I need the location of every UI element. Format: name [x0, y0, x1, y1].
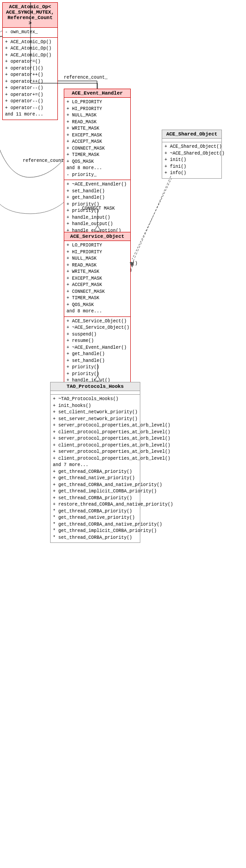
eh-const-3: + READ_MASK: [67, 119, 128, 126]
tph-m-2: + set_client_network_priority(): [53, 409, 138, 416]
method-1: + ACE_Atomic_Op(): [5, 45, 55, 52]
tph-m-19: * get_thread_CORBA_and_native_priority(): [53, 522, 138, 528]
ace-atomic-op-methods: + ACE_Atomic_Op() + ACE_Atomic_Op() + AC…: [3, 38, 57, 120]
ace-shared-object-methods: + ACE_Shared_Object() + ~ACE_Shared_Obje…: [162, 142, 221, 178]
svcobj-m-7: + priority(): [67, 364, 128, 371]
svcobj-m-3: + resume(): [67, 338, 128, 345]
tao-protocols-hooks-empty: [51, 391, 140, 395]
so-const-2: + NULL_MASK: [67, 256, 128, 262]
tph-m-11: + get_thread_CORBA_priority(): [53, 469, 138, 476]
eh-const-connect: + CONNECT_MASK: [67, 146, 128, 152]
so-m-3: + fini(): [164, 164, 219, 171]
method-11: and 11 more...: [5, 111, 55, 118]
tph-m-10: and 7 more...: [53, 462, 138, 469]
ace-event-handler-title: ACE_Event_Handler: [72, 90, 123, 96]
tph-m-1: + init_hooks(): [53, 403, 138, 410]
method-4: + operator()(): [5, 65, 55, 72]
so-m-4: + info(): [164, 170, 219, 177]
tph-m-18: * get_thread_native_priority(): [53, 515, 138, 522]
connect-mask-label: CONNECT MASK: [82, 206, 115, 211]
so-m-1: + ~ACE_Shared_Object(): [164, 151, 219, 157]
eh-m-1: + set_handle(): [67, 188, 128, 195]
eh-const-8: + TIMER_MASK: [67, 152, 128, 159]
attr-own-mutex: - own_mutex_: [5, 29, 55, 36]
eh-const-0: + LO_PRIORITY: [67, 99, 128, 106]
eh-const-2: + NULL_MASK: [67, 112, 128, 119]
ace-shared-object-empty: [162, 139, 221, 142]
ace-atomic-op-header: ACE_Atomic_Op< ACE_SYNCH_MUTEX, Referenc…: [3, 3, 57, 28]
eh-m-6: + handle_output(): [67, 221, 128, 228]
tph-m-8: + server_protocol_properties_at_orb_leve…: [53, 449, 138, 456]
reference-count-label-left: reference_count_: [23, 158, 67, 163]
eh-const-1: + HI_PRIORITY: [67, 106, 128, 113]
svcobj-m-2: + suspend(): [67, 331, 128, 338]
method-8: + operator+=(): [5, 92, 55, 99]
eh-const-9: + QOS_MASK: [67, 159, 128, 166]
eh-const-5: + EXCEPT_MASK: [67, 132, 128, 139]
tao-protocols-hooks-header: TAO_Protocols_Hooks: [51, 382, 140, 391]
tph-m-16: + restore_thread_CORBA_and_native_priori…: [53, 502, 138, 508]
ace-shared-object-title: ACE_Shared_Object: [166, 131, 217, 137]
ace-event-handler-header: ACE_Event_Handler: [64, 89, 130, 98]
so-const-9: + QOS_MASK: [67, 302, 128, 309]
tph-m-12: + get_thread_native_priority(): [53, 475, 138, 482]
ace-event-handler-constants: + LO_PRIORITY + HI_PRIORITY + NULL_MASK …: [64, 98, 130, 180]
eh-attr-priority: - priority_: [67, 172, 128, 179]
diagram-container: ACE Atomic ACE ACE_Atomic_Op< ACE_SYNCH_…: [0, 0, 246, 868]
method-0: + ACE_Atomic_Op(): [5, 39, 55, 46]
tph-m-20: * get_thread_implicit_CORBA_priority(): [53, 528, 138, 535]
tph-m-13: + get_thread_CORBA_and_native_priority(): [53, 482, 138, 489]
svg-line-16: [132, 176, 171, 264]
eh-m-0: + ~ACE_Event_Handler(): [67, 181, 128, 188]
tph-m-15: + set_thread_CORBA_priority(): [53, 495, 138, 502]
so-const-8: + TIMER_MASK: [67, 295, 128, 302]
so-const-4: + WRITE_MASK: [67, 269, 128, 276]
so-const-3: + READ_MASK: [67, 262, 128, 269]
ace-service-object-constants: + LO_PRIORITY + HI_PRIORITY + NULL_MASK …: [64, 241, 130, 317]
tph-m-4: + server_protocol_properties_at_orb_leve…: [53, 422, 138, 429]
tph-m-17: * get_thread_CORBA_priority(): [53, 508, 138, 515]
tph-m-0: + ~TAO_Protocols_Hooks(): [53, 396, 138, 403]
eh-m-5: + handle_input(): [67, 215, 128, 221]
so-m-2: + init(): [164, 157, 219, 164]
tph-m-7: + client_protocol_properties_at_orb_leve…: [53, 442, 138, 449]
so-const-7: + CONNECT_MASK: [67, 289, 128, 296]
ace-shared-object-box: ACE_Shared_Object + ACE_Shared_Object() …: [162, 130, 222, 179]
svcobj-m-1: + ~ACE_Service_Object(): [67, 325, 128, 331]
eh-const-10: and 8 more...: [67, 165, 128, 172]
tph-m-9: + client_protocol_properties_at_orb_leve…: [53, 456, 138, 462]
method-5: + operator++(): [5, 72, 55, 79]
tph-m-6: + server_protocol_properties_at_orb_leve…: [53, 436, 138, 442]
method-7: + operator--(): [5, 85, 55, 92]
svg-line-8: [132, 175, 173, 259]
method-2: + ACE_Atomic_Op(): [5, 52, 55, 59]
ace-atomic-op-attributes: - own_mutex_: [3, 28, 57, 38]
svcobj-m-5: + get_handle(): [67, 351, 128, 358]
method-6: + operator++(): [5, 79, 55, 85]
eh-const-4: + WRITE_MASK: [67, 125, 128, 132]
tao-protocols-hooks-methods: + ~TAO_Protocols_Hooks() + init_hooks() …: [51, 395, 140, 542]
so-const-5: + EXCEPT_MASK: [67, 276, 128, 282]
tph-m-14: + get_thread_implicit_CORBA_priority(): [53, 488, 138, 495]
method-3: + operator=(): [5, 59, 55, 65]
eh-m-2: + get_handle(): [67, 195, 128, 201]
so-const-0: + LO_PRIORITY: [67, 242, 128, 249]
svcobj-m-0: + ACE_Service_Object(): [67, 318, 128, 325]
eh-const-6: + ACCEPT_MASK: [67, 139, 128, 146]
so-m-0: + ACE_Shared_Object(): [164, 144, 219, 151]
svcobj-m-6: + set_handle(): [67, 358, 128, 365]
so-const-6: + ACCEPT_MASK: [67, 282, 128, 289]
ace-shared-object-header: ACE_Shared_Object: [162, 130, 221, 139]
ace-service-object-title: ACE_Service_Object: [70, 234, 124, 239]
ace-atomic-op-box: ACE_Atomic_Op< ACE_SYNCH_MUTEX, Referenc…: [2, 2, 58, 120]
tph-m-21: * set_thread_CORBA_priority(): [53, 535, 138, 542]
method-10: + operator--(): [5, 105, 55, 112]
tao-protocols-hooks-title: TAO_Protocols_Hooks: [67, 384, 123, 389]
svcobj-m-8: + priority(): [67, 371, 128, 378]
method-9: + operator--(): [5, 98, 55, 105]
reference-count-label-top: reference_count_: [64, 75, 108, 80]
so-const-10: and 8 more...: [67, 308, 128, 315]
ace-atomic-op-title: ACE_Atomic_Op< ACE_SYNCH_MUTEX, Referenc…: [6, 4, 54, 26]
tph-m-5: + client_protocol_properties_at_orb_leve…: [53, 429, 138, 436]
ace-service-object-header: ACE_Service_Object: [64, 232, 130, 241]
